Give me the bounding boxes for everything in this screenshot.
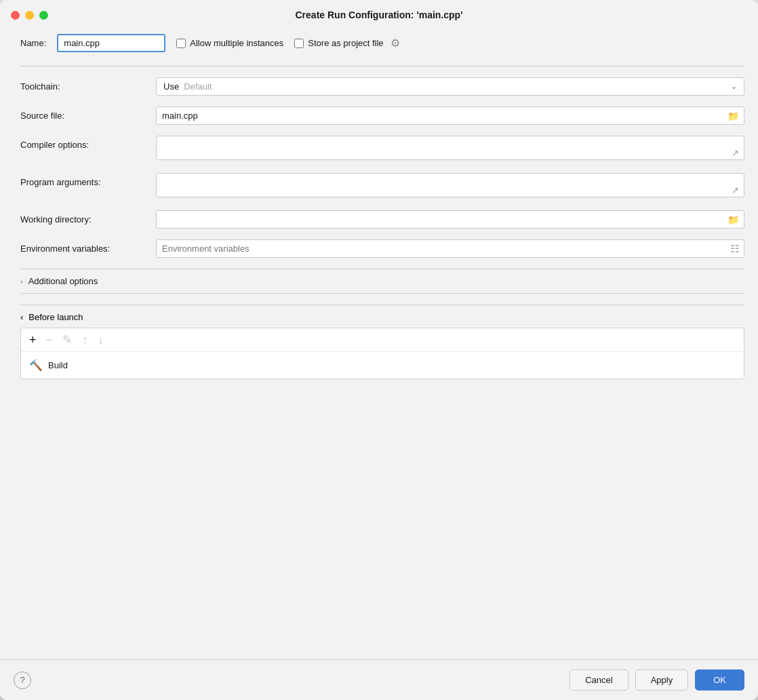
toolchain-row: Toolchain: Use Default ⌄ <box>20 77 744 96</box>
allow-multiple-label: Allow multiple instances <box>190 38 283 48</box>
working-directory-wrapper: 📁 <box>156 210 744 229</box>
env-variables-input[interactable] <box>156 239 744 258</box>
settings-icon: ⚙ <box>391 37 400 50</box>
additional-options-section[interactable]: › Additional options <box>20 269 744 294</box>
add-launch-button[interactable]: + <box>29 334 37 346</box>
program-arguments-label: Program arguments: <box>20 173 156 187</box>
working-directory-row: Working directory: 📁 <box>20 210 744 229</box>
program-arguments-control: ↗ <box>156 173 744 199</box>
dialog: Create Run Configuration: 'main.cpp' Nam… <box>0 0 758 700</box>
form-area: Name: Allow multiple instances Store as … <box>0 27 758 659</box>
footer-left: ? <box>14 672 31 689</box>
additional-options-label: Additional options <box>28 276 98 286</box>
remove-launch-button[interactable]: − <box>46 334 54 346</box>
working-directory-label: Working directory: <box>20 210 156 225</box>
name-input[interactable] <box>57 34 165 52</box>
program-arguments-input[interactable] <box>156 173 744 197</box>
allow-multiple-group: Allow multiple instances <box>176 38 283 48</box>
source-file-input[interactable] <box>156 106 744 125</box>
store-as-project-label: Store as project file <box>308 38 383 48</box>
toolchain-use-text: Use Default <box>163 81 212 92</box>
build-icon: 🔨 <box>29 359 43 372</box>
launch-toolbar: + − ✎ ↑ ↓ <box>21 328 744 352</box>
window-controls <box>11 11 48 20</box>
source-file-wrapper: 📁 <box>156 106 744 125</box>
build-label: Build <box>48 360 68 370</box>
compiler-options-control: ↗ <box>156 136 744 162</box>
source-file-row: Source file: 📁 <box>20 106 744 125</box>
move-down-launch-button[interactable]: ↓ <box>98 334 104 346</box>
program-arguments-row: Program arguments: ↗ <box>20 173 744 199</box>
move-up-launch-button[interactable]: ↑ <box>82 334 88 346</box>
program-arguments-wrapper: ↗ <box>156 173 744 199</box>
chevron-down-icon: ⌄ <box>731 82 737 91</box>
footer-right: Cancel Apply OK <box>570 669 744 691</box>
chevron-down-before-icon: ‹ <box>20 312 23 322</box>
before-launch-label: Before launch <box>28 312 83 322</box>
minimize-button[interactable] <box>25 11 34 20</box>
source-file-control: 📁 <box>156 106 744 125</box>
env-variables-control: ☷ <box>156 239 744 258</box>
toolchain-select[interactable]: Use Default ⌄ <box>156 77 744 96</box>
env-variables-row: Environment variables: ☷ <box>20 239 744 258</box>
before-launch-section[interactable]: ‹ Before launch <box>20 305 744 328</box>
compiler-options-label: Compiler options: <box>20 136 156 150</box>
apply-button[interactable]: Apply <box>635 669 689 691</box>
dialog-title: Create Run Configuration: 'main.cpp' <box>296 9 463 20</box>
name-label: Name: <box>20 38 46 48</box>
env-variables-label: Environment variables: <box>20 239 156 254</box>
edit-launch-button[interactable]: ✎ <box>62 334 73 346</box>
close-button[interactable] <box>11 11 20 20</box>
divider-top <box>20 66 744 66</box>
title-bar: Create Run Configuration: 'main.cpp' <box>0 0 758 27</box>
name-row: Name: Allow multiple instances Store as … <box>20 34 744 52</box>
source-file-label: Source file: <box>20 106 156 121</box>
footer: ? Cancel Apply OK <box>0 659 758 700</box>
working-directory-input[interactable] <box>156 210 744 229</box>
build-launch-item[interactable]: 🔨 Build <box>21 352 744 378</box>
launch-box: + − ✎ ↑ ↓ 🔨 Build <box>20 328 744 379</box>
help-button[interactable]: ? <box>14 672 31 689</box>
toolchain-label: Toolchain: <box>20 77 156 92</box>
toolchain-control: Use Default ⌄ <box>156 77 744 96</box>
chevron-right-icon: › <box>20 277 23 286</box>
allow-multiple-checkbox[interactable] <box>176 39 186 48</box>
store-as-project-group: Store as project file ⚙ <box>294 37 399 50</box>
cancel-button[interactable]: Cancel <box>570 669 628 691</box>
maximize-button[interactable] <box>39 11 48 20</box>
compiler-options-input[interactable] <box>156 136 744 160</box>
store-as-project-checkbox[interactable] <box>294 39 304 48</box>
env-variables-wrapper: ☷ <box>156 239 744 258</box>
content-area: Name: Allow multiple instances Store as … <box>0 27 758 659</box>
compiler-options-row: Compiler options: ↗ <box>20 136 744 162</box>
ok-button[interactable]: OK <box>695 669 744 691</box>
compiler-options-wrapper: ↗ <box>156 136 744 162</box>
working-directory-control: 📁 <box>156 210 744 229</box>
